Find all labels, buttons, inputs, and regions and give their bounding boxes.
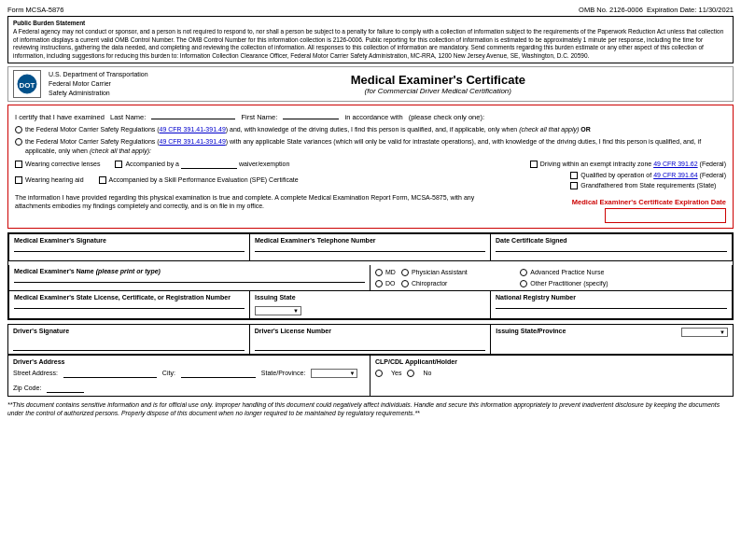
spe-label: Accompanied by a Skill Performance Evalu… [109,176,299,183]
option1-post: ) and, with knowledge of the driving dut… [226,126,517,133]
certificate-title: Medical Examiner's Certificate [148,73,728,87]
burden-title: Public Burden Statement [13,20,728,27]
examiner-name-cell: Medical Examiner's Name (please print or… [9,265,370,290]
md-radio[interactable] [375,269,383,276]
accompanied-option: Accompanied by a waiver/exemption [115,160,289,169]
driver-license-label: Driver's License Number [255,328,486,334]
do-radio[interactable] [375,280,383,287]
other-radio[interactable] [520,280,527,287]
driver-signature-cell: Driver's Signature [8,325,250,354]
certify-intro: I certify that I have examined [15,113,105,121]
national-registry-input[interactable] [496,308,727,309]
examiner-telephone-input[interactable] [255,251,485,252]
expiry-date-input[interactable] [605,208,726,223]
date-signed-input[interactable] [496,251,727,252]
driver-signature-label: Driver's Signature [13,328,245,334]
waiver-input[interactable] [181,160,237,169]
agency-line1: U.S. Department of Transportation [49,70,148,79]
first-name-input[interactable] [283,110,339,119]
advanced-practice-label: Advanced Practice Nurse [530,269,604,275]
province-select-arrow-icon: ▼ [349,371,355,376]
first-name-label: First Name: [242,113,278,121]
qualified-federal: (Federal) [700,172,726,178]
dot-logo: DOT [13,70,41,98]
exempt-federal: (Federal) [700,161,726,167]
option1-radio[interactable] [15,126,22,133]
zip-label: Zip Code: [13,385,41,391]
clp-label: CLP/CDL Applicant/Holder [375,358,728,365]
exempt-link[interactable]: 49 CFR 391.62 [653,161,697,167]
qualified-option: Qualified by operation of 49 CFR 391.64 … [570,171,726,179]
street-input[interactable] [63,369,157,378]
issuing-state-cell: Issuing State ▼ [250,291,491,318]
spe-checkbox[interactable] [99,176,106,184]
md-option: MD [375,268,396,276]
spe-option: Accompanied by a Skill Performance Evalu… [99,171,299,189]
clp-yes-label: Yes [391,370,401,376]
last-name-input[interactable] [151,110,235,119]
expiry-label: Medical Examiner's Certificate Expiratio… [502,198,726,206]
option2-pre: the Federal Motor Carrier Safety Regulat… [25,138,160,145]
please-check-text: (please check only one): [409,113,484,121]
clp-no-label: No [423,370,431,376]
date-signed-label: Date Certificate Signed [496,237,727,244]
examiner-name-label: Medical Examiner's Name (please print or… [14,268,365,274]
hearing-aid-label: Wearing hearing aid [25,176,84,183]
driver-address-cell: Driver's Address Street Address: City: S… [8,356,370,396]
grandfathered-checkbox[interactable] [570,182,578,189]
qualified-link[interactable]: 49 CFR 391.64 [653,172,697,178]
issuing-state-select[interactable]: ▼ [255,306,301,315]
last-name-label: Last Name: [110,113,146,121]
zip-input[interactable] [47,384,84,393]
qualified-checkbox[interactable] [570,172,578,179]
chiropractor-label: Chiropractor [412,280,448,287]
corrective-lenses-option: Wearing corrective lenses [15,160,100,169]
license-input[interactable] [14,308,245,309]
exempt-intracity-checkbox[interactable] [530,161,538,168]
option2-link[interactable]: 49 CFR 391.41-391.49 [160,138,226,145]
examiner-name-input[interactable] [14,282,365,283]
driver-issuing-state-label: Issuing State/Province [496,328,566,334]
option2-radio[interactable] [15,138,22,146]
city-label: City: [162,370,175,376]
do-label: DO [385,280,396,287]
driver-province-select[interactable]: ▼ [311,369,357,378]
examiner-telephone-label: Medical Examiner's Telephone Number [255,237,485,244]
clp-yes-radio[interactable] [375,370,383,377]
accompanied-checkbox[interactable] [115,161,122,168]
grandfathered-option: Grandfathered from State requirements (S… [570,181,726,189]
corrective-lenses-checkbox[interactable] [15,161,22,168]
physician-assistant-option: Physician Assistant [401,268,514,276]
examiner-signature-line[interactable] [14,251,245,252]
street-label: Street Address: [13,370,58,376]
burden-text: A Federal agency may not conduct or spon… [13,28,728,60]
driver-signature-input[interactable] [13,340,245,351]
exempt-intracity-option: Driving within an exempt intracity zone … [530,160,726,169]
examiner-signature-label: Medical Examiner's Signature [14,237,245,244]
examiner-signature-cell: Medical Examiner's Signature [9,234,250,260]
driver-state-select[interactable]: ▼ [681,328,728,337]
license-label: Medical Examiner's State License, Certif… [14,294,245,301]
driver-license-cell: Driver's License Number [250,325,492,354]
corrective-lenses-label: Wearing corrective lenses [25,161,100,167]
chiropractor-radio[interactable] [401,280,409,287]
chiropractor-option: Chiropractor [401,279,514,287]
hearing-aid-checkbox[interactable] [15,176,22,184]
state-label: State/Province: [261,370,305,376]
issuing-state-label: Issuing State [255,294,485,301]
date-signed-cell: Date Certificate Signed [491,234,732,260]
advanced-practice-option: Advanced Practice Nurse [520,268,608,276]
grandfathered-label: Grandfathered from State requirements [580,182,694,189]
form-number: Form MCSA-5876 [7,6,63,14]
advanced-practice-radio[interactable] [520,269,527,276]
city-input[interactable] [181,369,256,378]
physician-assistant-radio[interactable] [401,269,409,276]
driver-license-input[interactable] [255,340,486,351]
grandfathered-state: (State) [696,182,716,189]
license-cell: Medical Examiner's State License, Certif… [9,291,250,318]
md-label: MD [385,269,396,275]
svg-text:DOT: DOT [20,81,35,90]
clp-cell: CLP/CDL Applicant/Holder Yes No [370,356,733,396]
option1-link[interactable]: 49 CFR 391.41-391.49 [160,126,226,133]
clp-no-radio[interactable] [407,370,414,377]
